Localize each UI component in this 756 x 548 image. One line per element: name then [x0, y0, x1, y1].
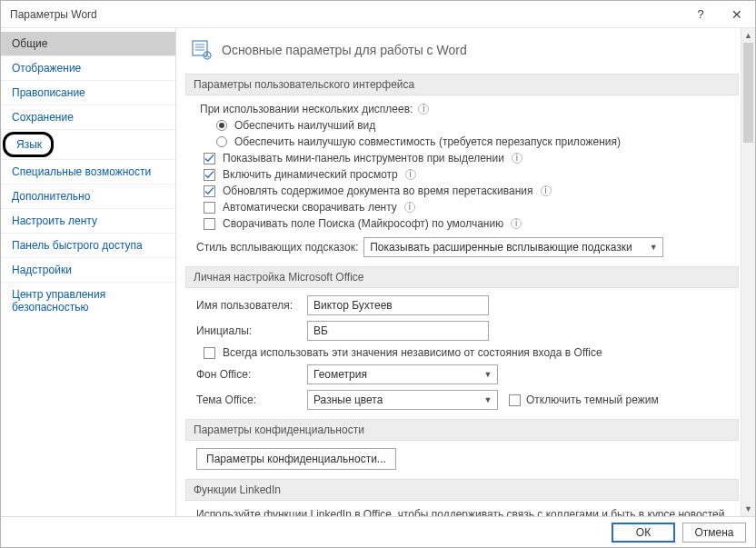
- section-ui-header: Параметры пользовательского интерфейса: [185, 74, 739, 95]
- checkbox-icon: [204, 169, 215, 181]
- tooltip-style-combo[interactable]: Показывать расширенные всплывающие подск…: [363, 237, 663, 257]
- check-collapse-search[interactable]: Сворачивать поле Поиска (Майкрософт) по …: [204, 217, 739, 230]
- radio-compatibility[interactable]: Обеспечить наилучшую совместимость (треб…: [216, 135, 739, 148]
- checkbox-icon: [204, 153, 215, 164]
- sidebar-row-language: Язык: [1, 130, 175, 160]
- options-icon: [191, 39, 213, 61]
- check-collapse-ribbon[interactable]: Автоматически сворачивать ленту i: [204, 201, 739, 214]
- section-privacy-header: Параметры конфиденциальности: [185, 419, 739, 441]
- sidebar-item-language[interactable]: Язык: [3, 132, 54, 157]
- privacy-settings-button[interactable]: Параметры конфиденциальности...: [196, 448, 396, 470]
- window-title: Параметры Word: [10, 8, 97, 21]
- dialog-footer: ОК Отмена: [1, 516, 755, 547]
- sidebar-item-qat[interactable]: Панель быстрого доступа: [1, 234, 175, 258]
- checkbox-icon: [204, 202, 215, 214]
- sidebar-item-display[interactable]: Отображение: [1, 56, 175, 81]
- section-linkedin-body: Используйте функции LinkedIn в Office, ч…: [196, 508, 739, 516]
- titlebar: Параметры Word ? ✕: [1, 1, 755, 28]
- cancel-button[interactable]: Отмена: [682, 523, 746, 543]
- sidebar-item-save[interactable]: Сохранение: [1, 105, 175, 130]
- radio-icon: [216, 120, 227, 131]
- checkbox-icon: [204, 185, 215, 197]
- multi-display-label: При использовании нескольких дисплеев: i: [200, 103, 739, 115]
- close-button[interactable]: ✕: [719, 1, 755, 27]
- username-label: Имя пользователя:: [196, 299, 298, 312]
- sidebar: Общие Отображение Правописание Сохранени…: [1, 28, 176, 516]
- dialog-body: Общие Отображение Правописание Сохранени…: [1, 28, 755, 516]
- scroll-thumb[interactable]: [743, 43, 753, 143]
- checkbox-icon: [204, 218, 215, 230]
- section-privacy-body: Параметры конфиденциальности...: [196, 448, 739, 470]
- check-disable-dark[interactable]: Отключить темный режим: [509, 394, 659, 406]
- scroll-up-arrow[interactable]: ▲: [741, 28, 755, 43]
- check-always-use[interactable]: Всегда использовать эти значения независ…: [204, 346, 739, 359]
- content: Основные параметры для работы с Word Пар…: [176, 28, 755, 516]
- initials-label: Инициалы:: [196, 324, 298, 337]
- scrollbar[interactable]: ▲ ▼: [741, 28, 755, 516]
- checkbox-icon: [204, 347, 215, 359]
- chevron-down-icon: ▼: [646, 240, 661, 254]
- info-icon[interactable]: i: [511, 218, 522, 229]
- checkbox-icon: [509, 394, 521, 406]
- radio-icon: [216, 136, 227, 147]
- linkedin-description: Используйте функции LinkedIn в Office, ч…: [196, 508, 739, 516]
- tooltip-style-row: Стиль всплывающих подсказок: Показывать …: [196, 237, 739, 257]
- page-header: Основные параметры для работы с Word: [185, 37, 753, 70]
- office-bg-label: Фон Office:: [196, 368, 298, 381]
- check-drag-update[interactable]: Обновлять содержимое документа во время …: [204, 184, 739, 197]
- scroll-track[interactable]: [741, 43, 755, 502]
- sidebar-item-customize-ribbon[interactable]: Настроить ленту: [1, 209, 175, 234]
- sidebar-item-general[interactable]: Общие: [1, 32, 175, 56]
- sidebar-item-accessibility[interactable]: Специальные возможности: [1, 160, 175, 184]
- chevron-down-icon: ▼: [481, 393, 495, 407]
- chevron-down-icon: ▼: [481, 367, 495, 382]
- initials-input[interactable]: [307, 321, 489, 341]
- info-icon[interactable]: i: [418, 104, 429, 115]
- username-input[interactable]: [307, 295, 489, 315]
- office-theme-label: Тема Office:: [196, 394, 298, 406]
- page-title: Основные параметры для работы с Word: [222, 43, 467, 57]
- svg-point-5: [206, 53, 208, 55]
- content-wrap: Основные параметры для работы с Word Пар…: [176, 28, 755, 516]
- sidebar-item-proofing[interactable]: Правописание: [1, 81, 175, 105]
- office-theme-combo[interactable]: Разные цвета ▼: [307, 390, 498, 410]
- section-ui-body: При использовании нескольких дисплеев: i…: [196, 103, 739, 257]
- sidebar-item-advanced[interactable]: Дополнительно: [1, 184, 175, 209]
- check-dynamic-preview[interactable]: Включить динамический просмотр i: [204, 168, 739, 181]
- help-button[interactable]: ?: [682, 1, 719, 27]
- info-icon[interactable]: i: [541, 185, 552, 196]
- window-controls: ? ✕: [682, 1, 755, 27]
- ok-button[interactable]: ОК: [612, 523, 675, 543]
- sidebar-item-trust-center[interactable]: Центр управления безопасностью: [1, 283, 175, 319]
- section-linkedin-header: Функции LinkedIn: [185, 479, 739, 501]
- check-minipanel[interactable]: Показывать мини-панель инструментов при …: [204, 152, 739, 164]
- info-icon[interactable]: i: [512, 153, 522, 164]
- scroll-down-arrow[interactable]: ▼: [741, 502, 755, 516]
- section-personal-body: Имя пользователя: Инициалы: Всегда испол…: [196, 295, 739, 410]
- sidebar-item-addins[interactable]: Надстройки: [1, 258, 175, 283]
- tooltip-style-label: Стиль всплывающих подсказок:: [196, 241, 358, 254]
- office-bg-combo[interactable]: Геометрия ▼: [307, 364, 498, 384]
- info-icon[interactable]: i: [405, 169, 416, 180]
- radio-best-view[interactable]: Обеспечить наилучший вид: [216, 119, 739, 132]
- section-personal-header: Личная настройка Microsoft Office: [185, 266, 739, 288]
- dialog: Параметры Word ? ✕ Общие Отображение Пра…: [0, 0, 756, 548]
- info-icon[interactable]: i: [404, 202, 415, 213]
